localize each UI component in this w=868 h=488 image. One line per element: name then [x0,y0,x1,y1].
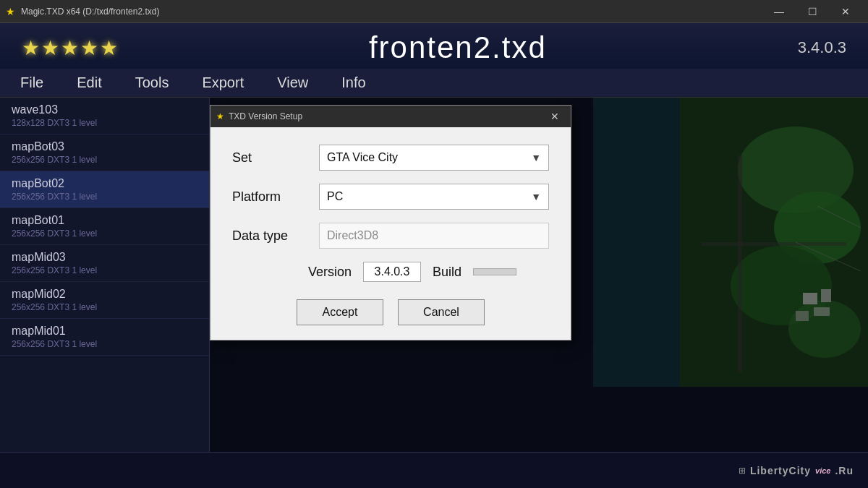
datatype-value: Direct3D8 [327,229,378,242]
menu-file[interactable]: File [14,72,49,94]
txd-version-dialog: ★ TXD Version Setup ✕ Set GTA Vice Ci [210,105,571,341]
maximize-button[interactable]: ☐ [796,0,829,23]
list-item[interactable]: mapBot03 256x256 DXT3 1 level [0,134,209,171]
list-item[interactable]: mapMid03 256x256 DXT3 1 level [0,245,209,282]
star-1: ★ [22,36,40,60]
star-3: ★ [61,36,79,60]
dialog-titlebar: ★ TXD Version Setup ✕ [210,106,571,127]
dialog-buttons: Accept Cancel [232,299,549,325]
platform-label: Platform [232,189,319,205]
liberty-city-logo: ⊞ LibertyCity vice .Ru [739,465,854,476]
platform-control: PC ▼ [319,184,549,210]
menu-bar: File Edit Tools Export View Info [0,69,868,98]
cancel-button[interactable]: Cancel [398,299,485,325]
dialog-title-text: TXD Version Setup [229,111,302,121]
menu-tools[interactable]: Tools [129,72,175,94]
version-value: 3.4.0.3 [363,262,421,282]
platform-select-value: PC [327,190,343,203]
file-info: 256x256 DXT3 1 level [12,339,197,349]
file-name: mapBot02 [12,177,197,190]
version-row: Version 3.4.0.3 Build [232,262,549,282]
version-label: Version [308,265,352,280]
file-list: wave103 128x128 DXT3 1 level mapBot03 25… [0,98,210,452]
title-bar-left: ★ Magic.TXD x64 (D:/txd/fronten2.txd) [6,6,159,17]
datatype-control: Direct3D8 [319,223,549,249]
platform-select[interactable]: PC ▼ [319,184,549,210]
dialog-body: Set GTA Vice City ▼ Platform [210,127,571,340]
file-info: 256x256 DXT3 1 level [12,155,197,165]
window-controls: — ☐ ✕ [762,0,862,23]
liberty-text: LibertyCity [750,465,811,476]
menu-edit[interactable]: Edit [71,72,107,94]
vice-text: vice [815,466,830,475]
datatype-row: Data type Direct3D8 [232,223,549,249]
stars-logo: ★ ★ ★ ★ ★ [22,36,118,60]
file-name: mapBot03 [12,140,197,153]
file-name: mapMid03 [12,251,197,264]
set-select[interactable]: GTA Vice City ▼ [319,145,549,171]
menu-info[interactable]: Info [336,72,371,94]
list-item[interactable]: mapBot01 256x256 DXT3 1 level [0,208,209,245]
file-name: wave103 [12,103,197,116]
list-item[interactable]: wave103 128x128 DXT3 1 level [0,98,209,134]
title-bar: ★ Magic.TXD x64 (D:/txd/fronten2.txd) — … [0,0,868,23]
content-area: wave103 128x128 DXT3 1 level mapBot03 25… [0,98,868,452]
file-info: 256x256 DXT3 1 level [12,265,197,275]
preview-area: ★ TXD Version Setup ✕ Set GTA Vice Ci [210,98,868,452]
set-select-arrow: ▼ [531,152,541,163]
ru-text: .Ru [835,465,854,476]
file-name: mapMid01 [12,325,197,338]
list-item[interactable]: mapBot02 256x256 DXT3 1 level [0,171,209,208]
star-2: ★ [41,36,59,60]
list-item[interactable]: mapMid01 256x256 DXT3 1 level [0,319,209,356]
datatype-input: Direct3D8 [319,223,549,249]
title-bar-text: Magic.TXD x64 (D:/txd/fronten2.txd) [21,7,159,17]
app-icon: ★ [6,6,15,17]
app-body: ★ ★ ★ ★ ★ fronten2.txd 3.4.0.3 File Edit… [0,23,868,488]
dialog-close-button[interactable]: ✕ [545,108,565,124]
file-info: 256x256 DXT3 1 level [12,228,197,239]
set-control: GTA Vice City ▼ [319,145,549,171]
platform-select-arrow: ▼ [531,191,541,202]
modal-overlay: ★ TXD Version Setup ✕ Set GTA Vice Ci [210,98,868,452]
bottom-bar: ⊞ LibertyCity vice .Ru [0,452,868,488]
menu-export[interactable]: Export [196,72,250,94]
windows-logo-icon: ⊞ [739,466,746,476]
file-info: 128x128 DXT3 1 level [12,118,197,128]
build-value [473,268,516,275]
platform-row: Platform PC ▼ [232,184,549,210]
set-select-value: GTA Vice City [327,151,398,164]
set-label: Set [232,150,319,166]
star-4: ★ [80,36,98,60]
close-button[interactable]: ✕ [829,0,862,23]
accept-button[interactable]: Accept [297,299,383,325]
dialog-icon: ★ [216,111,224,121]
file-info: 256x256 DXT3 1 level [12,302,197,312]
app-title: fronten2.txd [118,30,798,65]
file-info: 256x256 DXT3 1 level [12,192,197,202]
file-name: mapMid02 [12,288,197,301]
menu-view[interactable]: View [271,72,314,94]
dialog-title-left: ★ TXD Version Setup [216,111,302,121]
list-item[interactable]: mapMid02 256x256 DXT3 1 level [0,282,209,319]
set-row: Set GTA Vice City ▼ [232,145,549,171]
app-version: 3.4.0.3 [798,38,846,57]
file-name: mapBot01 [12,214,197,227]
minimize-button[interactable]: — [762,0,796,23]
star-5: ★ [100,36,118,60]
header: ★ ★ ★ ★ ★ fronten2.txd 3.4.0.3 [0,23,868,69]
build-label: Build [433,265,461,280]
datatype-label: Data type [232,228,319,244]
